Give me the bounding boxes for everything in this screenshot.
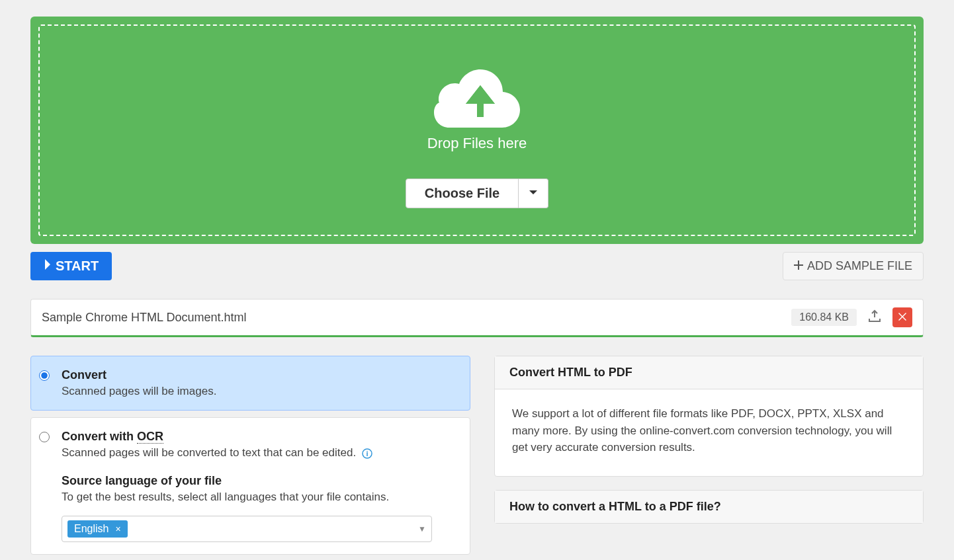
option-ocr-prefix: Convert with [62, 430, 137, 443]
add-sample-button[interactable]: ADD SAMPLE FILE [783, 252, 924, 280]
option-convert-ocr-title: Convert with OCR [62, 430, 462, 444]
remove-file-button[interactable] [892, 307, 912, 327]
language-tag: English × [67, 520, 128, 538]
info-column: Convert HTML to PDF We support a lot of … [494, 356, 924, 560]
option-convert-sub: Scanned pages will be images. [62, 385, 216, 398]
option-convert-ocr[interactable]: Convert with OCR Scanned pages will be c… [30, 417, 470, 555]
howto-title: How to convert a HTML to a PDF file? [495, 491, 923, 523]
caret-down-icon: ▼ [418, 524, 426, 534]
option-ocr-sub-text: Scanned pages will be converted to text … [62, 446, 356, 459]
source-language-label: Source language of your file [62, 474, 462, 488]
cloud-upload-icon [53, 65, 901, 128]
option-convert-title: Convert [62, 368, 216, 382]
dropzone-inner: Drop Files here Choose File [38, 24, 916, 236]
lower-row: Convert Scanned pages will be images. Co… [30, 356, 924, 560]
file-row-right: 160.84 KB [791, 307, 912, 327]
add-sample-label: ADD SAMPLE FILE [807, 259, 912, 273]
source-language-sub: To get the best results, select all lang… [62, 491, 462, 504]
language-select[interactable]: English × ▼ [62, 516, 432, 542]
start-button-label: START [56, 259, 99, 274]
convert-info-body: We support a lot of different file forma… [495, 389, 923, 476]
convert-info-title: Convert HTML to PDF [495, 356, 923, 389]
convert-info-panel: Convert HTML to PDF We support a lot of … [494, 356, 924, 477]
action-row: START ADD SAMPLE FILE [30, 252, 924, 280]
chevron-down-icon [528, 187, 539, 200]
chevron-right-icon [44, 259, 52, 274]
file-row: Sample Chrome HTML Document.html 160.84 … [30, 299, 924, 337]
option-convert-ocr-radio[interactable] [39, 432, 50, 442]
info-icon[interactable]: i [362, 448, 372, 459]
howto-panel[interactable]: How to convert a HTML to a PDF file? [494, 490, 924, 524]
language-tag-label: English [74, 523, 108, 535]
file-size: 160.84 KB [791, 309, 857, 326]
svg-text:i: i [366, 450, 368, 458]
start-button[interactable]: START [30, 252, 112, 280]
option-convert-radio[interactable] [39, 370, 50, 381]
choose-file-button[interactable]: Choose File [406, 179, 519, 208]
option-convert-ocr-sub: Scanned pages will be converted to text … [62, 446, 462, 460]
file-name: Sample Chrome HTML Document.html [42, 311, 246, 325]
option-ocr-abbr: OCR [137, 430, 163, 444]
plus-icon [794, 259, 803, 273]
choose-file-group: Choose File [406, 179, 548, 208]
drop-text: Drop Files here [53, 135, 901, 152]
language-tag-close[interactable]: × [115, 524, 120, 534]
upload-icon[interactable] [867, 309, 882, 325]
choose-file-dropdown-button[interactable] [519, 179, 548, 208]
close-icon [898, 313, 906, 323]
dropzone[interactable]: Drop Files here Choose File [30, 17, 924, 244]
option-convert[interactable]: Convert Scanned pages will be images. [30, 356, 470, 411]
options-column: Convert Scanned pages will be images. Co… [30, 356, 470, 560]
